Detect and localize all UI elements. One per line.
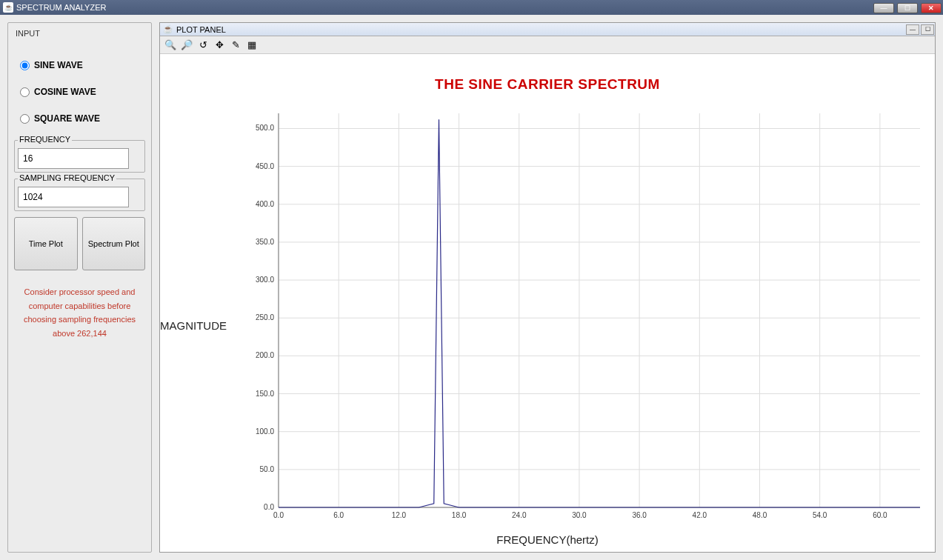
sampling-input[interactable] [18, 187, 129, 207]
java-icon: ☕ [3, 2, 13, 13]
zoom-reset-icon[interactable]: ↺ [196, 38, 210, 53]
plot-panel-frame: ☕ PLOT PANEL — ☐ 🔍 🔎 ↺ ✥ ✎ ▦ THE SINE CA… [159, 22, 936, 553]
radio-square-label: SQUARE WAVE [34, 113, 100, 124]
svg-text:0.0: 0.0 [264, 503, 274, 511]
chart-xlabel: FREQUENCY(hertz) [496, 533, 599, 546]
sampling-label: SAMPLING FREQUENCY [18, 173, 116, 182]
chart-title: THE SINE CARRIER SPECTRUM [160, 54, 935, 93]
plot-panel-titlebar: ☕ PLOT PANEL — ☐ [160, 23, 935, 36]
frequency-input[interactable] [18, 148, 129, 169]
svg-text:36.0: 36.0 [632, 511, 647, 519]
window-titlebar: ☕ SPECTRUM ANALYZER — ☐ ✕ [0, 0, 943, 15]
maximize-button[interactable]: ☐ [897, 3, 918, 13]
chart-area: THE SINE CARRIER SPECTRUM MAGNITUDE FREQ… [160, 54, 935, 552]
svg-text:30.0: 30.0 [572, 511, 587, 519]
window-title: SPECTRUM ANALYZER [16, 3, 106, 12]
zoom-in-icon[interactable]: 🔍 [163, 38, 178, 53]
svg-text:24.0: 24.0 [512, 511, 527, 519]
frequency-field: FREQUENCY [14, 140, 145, 173]
svg-text:200.0: 200.0 [256, 351, 274, 359]
close-button[interactable]: ✕ [921, 3, 942, 13]
pan-arrows-icon[interactable]: ✥ [212, 38, 227, 53]
svg-text:500.0: 500.0 [256, 124, 274, 132]
java-icon: ☕ [163, 24, 173, 34]
radio-sine-wave[interactable]: SINE WAVE [20, 60, 139, 70]
svg-text:450.0: 450.0 [256, 162, 274, 170]
svg-text:350.0: 350.0 [256, 238, 274, 246]
svg-text:60.0: 60.0 [873, 511, 887, 519]
radio-cosine-wave[interactable]: COSINE WAVE [20, 87, 139, 97]
input-panel: INPUT SINE WAVE COSINE WAVE SQUARE WAVE … [7, 22, 152, 553]
frequency-label: FREQUENCY [18, 135, 72, 144]
svg-text:250.0: 250.0 [256, 313, 274, 321]
radio-sine-label: SINE WAVE [34, 60, 83, 70]
radio-sine-input[interactable] [20, 61, 30, 70]
input-group-label: INPUT [14, 29, 41, 38]
svg-text:150.0: 150.0 [256, 390, 274, 398]
plot-maximize-button[interactable]: ☐ [921, 24, 934, 35]
radio-square-input[interactable] [20, 114, 30, 124]
radio-square-wave[interactable]: SQUARE WAVE [20, 113, 139, 124]
svg-text:50.0: 50.0 [260, 465, 275, 473]
plot-panel-title: PLOT PANEL [176, 25, 226, 34]
svg-text:100.0: 100.0 [256, 427, 274, 436]
svg-text:400.0: 400.0 [256, 200, 274, 208]
svg-text:6.0: 6.0 [333, 511, 344, 519]
radio-cosine-input[interactable] [20, 87, 30, 97]
svg-text:12.0: 12.0 [392, 511, 407, 519]
grid-icon[interactable]: ▦ [244, 38, 259, 53]
plot-toolbar: 🔍 🔎 ↺ ✥ ✎ ▦ [160, 36, 935, 54]
time-plot-button[interactable]: Time Plot [14, 217, 78, 270]
svg-text:54.0: 54.0 [813, 511, 827, 519]
zoom-box-icon[interactable]: 🔎 [179, 38, 194, 53]
plot-minimize-button[interactable]: — [906, 24, 919, 35]
minimize-button[interactable]: — [873, 3, 894, 13]
svg-text:48.0: 48.0 [753, 511, 767, 519]
warning-text: Consider processor speed and computer ca… [14, 285, 145, 341]
chart-svg: 0.050.0100.0150.0200.0250.0300.0350.0400… [160, 106, 935, 544]
spectrum-plot-button[interactable]: Spectrum Plot [82, 217, 146, 270]
svg-text:42.0: 42.0 [693, 511, 707, 519]
svg-text:300.0: 300.0 [256, 276, 274, 284]
radio-cosine-label: COSINE WAVE [34, 87, 96, 97]
sampling-field: SAMPLING FREQUENCY [14, 179, 145, 211]
chart-ylabel: MAGNITUDE [160, 319, 227, 332]
edit-icon[interactable]: ✎ [228, 38, 243, 53]
svg-text:18.0: 18.0 [452, 511, 467, 519]
svg-text:0.0: 0.0 [273, 511, 284, 519]
